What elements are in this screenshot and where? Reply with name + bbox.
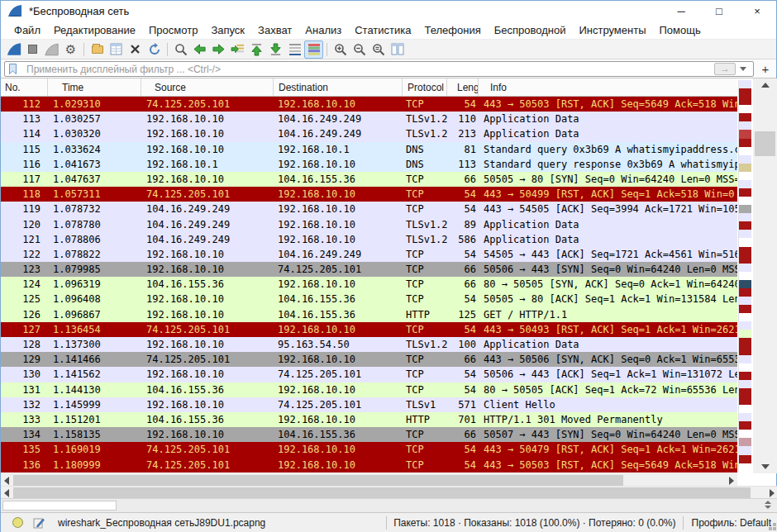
cell-len: 66 [447,172,479,187]
stop-capture-icon[interactable] [23,40,42,59]
menu-item-1[interactable]: Файл [7,24,47,36]
expert-info-icon[interactable] [12,517,23,528]
packet-row[interactable]: 1331.151201104.16.155.36192.168.10.10HTT… [1,412,737,427]
scroll-left-icon[interactable] [1,487,12,499]
zoom-in-icon[interactable] [331,40,350,59]
save-file-icon[interactable] [107,40,126,59]
packet-row[interactable]: 1131.030257192.168.10.10104.16.249.249TL… [1,112,737,126]
go-back-icon[interactable] [190,40,209,59]
packet-row[interactable]: 1231.079985192.168.10.1074.125.205.101TC… [1,262,737,277]
packet-row[interactable]: 1311.144130104.16.155.36192.168.10.10TCP… [1,382,737,397]
packet-row[interactable]: 1151.033624192.168.10.10192.168.10.1DNS8… [1,142,737,157]
cell-info: Standard query response 0x3b69 A whatism… [479,157,737,172]
packet-row[interactable]: 1271.13645474.125.205.101192.168.10.10TC… [1,322,737,337]
capture-file-name[interactable]: wireshark_Беспроводная сетьJ89DU1.pcapng [58,517,383,529]
menu-item-3[interactable]: Просмотр [142,24,204,36]
cell-time: 1.029310 [48,97,141,112]
scroll-right-icon[interactable] [766,487,777,499]
packet-row[interactable]: 1121.02931074.125.205.101192.168.10.10TC… [1,97,737,112]
cell-src: 192.168.10.10 [141,337,274,352]
packet-row[interactable]: 1141.030320192.168.10.10104.16.249.249TL… [1,126,737,141]
packet-row[interactable]: 1181.05731174.125.205.101192.168.10.10TC… [1,187,737,202]
menu-item-8[interactable]: Телефония [417,24,487,36]
reload-file-icon[interactable] [145,40,164,59]
colorize-packets-icon[interactable] [304,40,323,59]
packet-row[interactable]: 1221.078822192.168.10.10104.16.249.249TC… [1,247,737,262]
cell-time: 1.096867 [48,307,141,322]
menu-item-11[interactable]: Помощь [653,24,708,36]
packet-row[interactable]: 1171.047637192.168.10.10104.16.155.36TCP… [1,172,737,187]
scroll-left-icon[interactable] [1,474,12,487]
zoom-out-icon[interactable] [350,40,369,59]
capture-comment-icon[interactable] [33,517,45,529]
go-to-packet-icon[interactable] [228,40,247,59]
scroll-down-icon[interactable] [753,460,777,473]
packet-row[interactable]: 1251.096408192.168.10.10104.16.155.36TCP… [1,292,737,306]
auto-scroll-icon[interactable] [285,40,304,59]
close-button[interactable]: × [738,1,776,21]
resize-columns-icon[interactable] [388,40,407,59]
zoom-normal-icon[interactable] [369,40,388,59]
column-header-no[interactable]: No. [1,78,48,96]
menu-item-6[interactable]: Анализ [298,24,348,36]
vertical-scroll-thumb[interactable] [755,131,775,156]
packet-row[interactable]: 1201.078780104.16.249.249192.168.10.10TL… [1,217,737,232]
go-last-packet-icon[interactable] [266,40,285,59]
packet-row[interactable]: 1341.158135192.168.10.10104.16.155.36TCP… [1,427,737,442]
horizontal-scroll-thumb[interactable] [13,487,751,498]
open-file-icon[interactable] [88,40,107,59]
filter-dropdown-icon[interactable] [737,63,749,75]
add-filter-button[interactable]: + [758,61,773,77]
packet-row[interactable]: 1261.096867192.168.10.10104.16.155.36HTT… [1,307,737,322]
go-first-packet-icon[interactable] [247,40,266,59]
cell-dst: 104.16.155.36 [274,427,403,442]
packet-row[interactable]: 1351.16901974.125.205.101192.168.10.10TC… [1,442,737,457]
scroll-right-icon[interactable] [726,474,737,487]
capture-options-icon[interactable]: ⚙ [61,40,80,59]
menu-item-7[interactable]: Статистика [348,24,417,36]
packet-row[interactable]: 1211.078806104.16.249.249192.168.10.10TL… [1,232,737,247]
restart-capture-icon[interactable] [42,40,61,59]
go-forward-icon[interactable] [209,40,228,59]
vertical-scrollbar[interactable] [753,78,777,473]
filter-bookmark-icon[interactable] [7,63,19,75]
packet-row[interactable]: 1321.145999192.168.10.1074.125.205.101TL… [1,397,737,412]
start-capture-icon[interactable] [4,40,23,59]
column-header-length[interactable]: Length [447,78,479,96]
find-packet-icon[interactable] [171,40,190,59]
menu-item-10[interactable]: Инструменты [572,24,652,36]
column-header-destination[interactable]: Destination [274,78,403,96]
horizontal-scroll-thumb[interactable] [13,475,623,486]
horizontal-scrollbar-list[interactable] [1,473,737,486]
packet-row[interactable]: 1191.078732104.16.249.249192.168.10.10TC… [1,202,737,216]
menu-item-5[interactable]: Захват [251,24,298,36]
menu-item-4[interactable]: Запуск [204,24,251,36]
close-file-icon[interactable] [126,40,145,59]
packet-row[interactable]: 1161.041673192.168.10.1192.168.10.10DNS1… [1,157,737,172]
minimize-button[interactable]: ─ [662,1,700,21]
packet-row[interactable]: 1241.096319104.16.155.36192.168.10.10TCP… [1,277,737,292]
column-header-source[interactable]: Source [141,78,274,96]
menu-item-9[interactable]: Беспроводной [488,24,573,36]
packet-row[interactable]: 1281.137300192.168.10.1095.163.54.50TLSv… [1,337,737,352]
cell-time: 1.047637 [48,172,141,187]
profile-label[interactable]: Профиль: Default [687,517,777,529]
packet-row[interactable]: 1291.14146674.125.205.101192.168.10.10TC… [1,352,737,367]
display-filter-input[interactable] [4,61,754,77]
pane-spinner[interactable] [765,501,771,509]
column-header-info[interactable]: Info [479,78,737,96]
cell-no: 133 [1,412,48,427]
horizontal-scrollbar-pane[interactable] [1,486,777,498]
resize-grip[interactable] [773,527,776,530]
scroll-up-icon[interactable] [753,78,777,92]
apply-filter-button[interactable]: → [714,63,736,75]
packet-row[interactable]: 1301.141562192.168.10.1074.125.205.101TC… [1,367,737,382]
column-header-time[interactable]: Time [48,78,141,96]
minimap-stripe [739,80,751,88]
packet-row[interactable]: 1361.18099974.125.205.101192.168.10.10TC… [1,458,737,473]
cell-info: 443 → 50503 [RST, ACK] Seq=5649 Ack=518 … [479,458,737,473]
menu-item-2[interactable]: Редактирование [47,24,142,36]
column-header-protocol[interactable]: Protocol [403,78,447,96]
cell-proto: TCP [403,262,447,277]
maximize-button[interactable]: □ [700,1,738,21]
